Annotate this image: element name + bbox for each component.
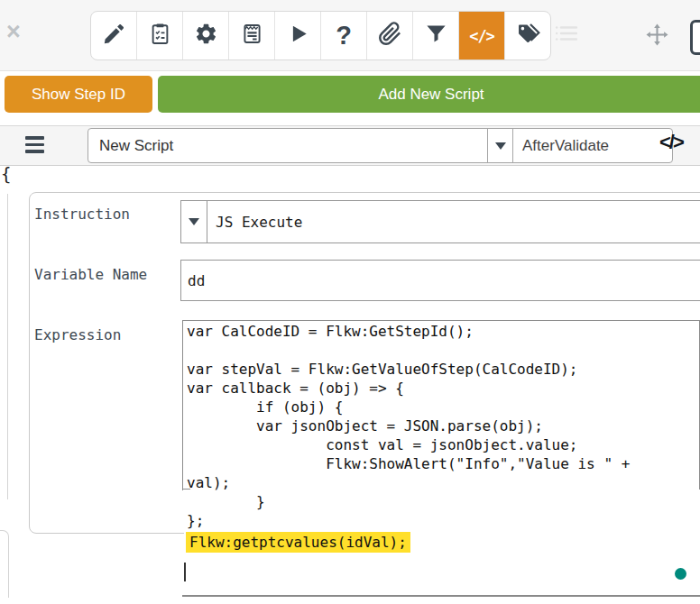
attachment-button[interactable] [367, 12, 413, 59]
tree-guide-corner [0, 530, 9, 598]
code-icon: </> [469, 27, 494, 45]
highlighted-code-text: Flkw:getptcvalues(idVal); [186, 532, 410, 553]
instruction-dropdown[interactable]: JS Execute [180, 200, 700, 243]
paperclip-icon [378, 22, 402, 50]
list-icon [555, 31, 578, 46]
menu-icon[interactable] [25, 136, 44, 157]
play-icon [286, 22, 310, 50]
help-button[interactable]: ? [321, 12, 367, 59]
show-step-id-button[interactable]: Show Step ID [5, 76, 152, 113]
form-button[interactable] [229, 12, 275, 59]
checklist-clipboard-icon [148, 22, 172, 50]
tags-icon [516, 22, 540, 50]
status-dot [675, 568, 686, 580]
chevron-down-icon [189, 218, 199, 225]
toolbar-icon-group: ? </> [90, 11, 551, 60]
json-open-brace: { [1, 164, 11, 184]
gear-icon [194, 22, 218, 50]
settings-button[interactable] [183, 12, 229, 59]
filter-button[interactable] [413, 12, 459, 59]
code-view-toggle[interactable]: </> [659, 131, 683, 154]
filter-icon [424, 22, 448, 50]
event-dropdown-button[interactable] [487, 129, 512, 162]
instruction-label: Instruction [34, 206, 130, 223]
pencil-icon [102, 22, 126, 50]
script-editor-window: × [0, 0, 700, 604]
tree-guide-line [7, 194, 8, 499]
expression-label: Expression [34, 326, 121, 343]
edit-button[interactable] [91, 12, 137, 59]
run-button[interactable] [275, 12, 321, 59]
script-name-input[interactable] [88, 129, 487, 162]
variable-name-label: Variable Name [34, 266, 147, 283]
window-icon[interactable] [690, 20, 700, 55]
move-arrows-icon [646, 33, 668, 49]
question-mark-icon: ? [336, 21, 352, 50]
instruction-value: JS Execute [207, 201, 302, 243]
variable-name-input[interactable] [180, 260, 700, 301]
move-handle[interactable] [646, 23, 668, 50]
event-dropdown-value[interactable]: AfterValidate [512, 129, 672, 162]
expression-code[interactable]: var CalCodeID = Flkw:GetStepId(); var st… [187, 322, 630, 530]
script-name-control: AfterValidate [88, 128, 673, 163]
code-button[interactable]: </> [459, 12, 505, 59]
highlighted-code-line: Flkw:getptcvalues(idVal); [186, 532, 410, 553]
tags-button[interactable] [505, 12, 550, 59]
text-cursor [184, 563, 186, 581]
close-icon[interactable]: × [6, 20, 21, 44]
instruction-dropdown-button[interactable] [181, 201, 207, 243]
list-handle-button[interactable] [555, 23, 578, 47]
chevron-down-icon [495, 142, 506, 150]
checklist-button[interactable] [137, 12, 183, 59]
next-section-border [182, 595, 700, 597]
form-document-icon [240, 22, 264, 50]
add-new-script-button[interactable]: Add New Script [158, 76, 700, 113]
